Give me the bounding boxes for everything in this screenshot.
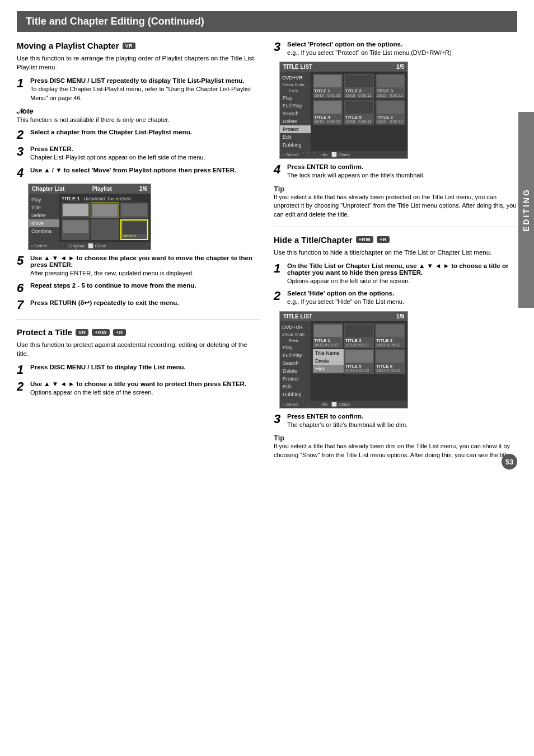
step-2: 2 Select a chapter from the Chapter List… [17, 129, 260, 141]
ss-menu-move: Move [29, 219, 59, 227]
step-5-heading: Use ▲ ▼ ◄ ► to choose the place you want… [30, 255, 260, 268]
step-7: 7 Press RETURN (δ↩) repeatedly to exit t… [17, 299, 260, 311]
hide-step-3: 3 Press ENTER to confirm. The chapter's … [274, 413, 517, 429]
editing-sidebar-label: EDITING [518, 112, 534, 308]
tl1-cell-5: TITLE 5 16/10 0:00:12 [344, 100, 374, 125]
protect-badge-r: +R [113, 329, 126, 336]
title-list-screenshot-2: TITLE LIST 1/9 DVD+VR 2hour 0min ⬛ Free … [279, 311, 408, 408]
hide-badge-r: +R [377, 236, 390, 243]
ss-menu-delete: Delete [29, 212, 59, 219]
step-4: 4 Use ▲ / ▼ to select 'Move' from Playli… [17, 167, 260, 179]
tl1-cell-2: TITLE 2 16/10 0:00:11 [344, 74, 374, 98]
hide-desc: Use this function to hide a title/chapte… [274, 248, 517, 257]
step-1-body: To display the Chapter List-Playlist men… [30, 85, 260, 102]
chapter-page: 2/6 [139, 186, 147, 192]
vr-badge: VR [123, 43, 136, 49]
left-column: Moving a Playlist Chapter VR Use this fu… [17, 41, 260, 464]
chapter-cell-1 [62, 203, 90, 218]
chapter-bottom: ○ Select ⬛⬛⬛ Original ⬜ Close [31, 243, 106, 248]
protect-step-1-heading: Press DISC MENU / LIST to display Title … [30, 364, 260, 370]
ss-menu-combine: Combine [29, 227, 59, 235]
step-3: 3 Press ENTER. Chapter List-Playlist opt… [17, 145, 260, 162]
page-number: 53 [502, 454, 517, 469]
step-5-body: After pressing ENTER, the new, updated m… [30, 269, 260, 278]
protect-step-1: 1 Press DISC MENU / LIST to display Titl… [17, 364, 260, 376]
page-header: Title and Chapter Editing (Continued) [17, 11, 517, 32]
hide-badge-rw: +RW [356, 236, 374, 243]
right-protect-step-3-body: e.g., If you select "Protect" on Title L… [287, 49, 517, 57]
protect-step-2-heading: Use ▲ ▼ ◄ ► to choose a title you want t… [30, 381, 260, 387]
step-3-heading: Press ENTER. [30, 145, 260, 152]
tl1-time: 2hour 0min [280, 82, 311, 88]
tl1-free: ⬛ Free [280, 88, 311, 94]
tl1-cell-4: TITLE 4 16/10 0:00:12 [313, 100, 343, 125]
chapter-cell-3 [120, 203, 148, 218]
tl2-search: Search [280, 359, 311, 367]
hide-step-2-body: e.g., If you select "Hide" on Title List… [287, 298, 517, 306]
tip-protect-text: If you select a title that has already b… [274, 193, 517, 219]
hide-step-3-heading: Press ENTER to confirm. [287, 413, 517, 420]
chapter-list-screenshot: Chapter List Playlist 2/6 Play Title Del… [28, 184, 151, 250]
protect-step-2: 2 Use ▲ ▼ ◄ ► to choose a title you want… [17, 381, 260, 397]
step-4-heading: Use ▲ / ▼ to select 'Move' from Playlist… [30, 167, 260, 173]
tl2-free: ⬛ Free [280, 337, 311, 344]
right-protect-step-3-heading: Select 'Protect' option on the options. [287, 41, 517, 48]
tl1-edit: Edit [280, 133, 311, 141]
tl1-dubbing: Dubbing [280, 141, 311, 149]
tl1-bottom: ○ Select ⬛⬛⬛ Info ⬜ Close [282, 152, 350, 157]
section-protect-title: Protect a Title VR +RW +R [17, 327, 260, 337]
tl1-fullplay: Full Play [280, 102, 311, 110]
tl2-submenu: Title Name Divide Hide [313, 349, 344, 373]
ss-menu-title: Title [29, 204, 59, 212]
step-6-heading: Repeat steps 2 - 5 to continue to move f… [30, 282, 260, 289]
tip-hide-text: If you select a title that has already b… [274, 442, 517, 459]
tl1-protect: Protect [280, 125, 311, 133]
note-text: This function is not available if there … [17, 116, 260, 124]
tl2-dubbing: Dubbing [280, 391, 311, 398]
step-5: 5 Use ▲ ▼ ◄ ► to choose the place you wa… [17, 255, 260, 278]
ss-menu-play: Play [29, 196, 59, 204]
tl2-protect: Protect [280, 375, 311, 383]
section-hide: Hide a Title/Chapter +RW +R Use this fun… [274, 235, 517, 459]
section-moving-title: Moving a Playlist Chapter VR [17, 41, 260, 50]
right-column: 3 Select 'Protect' option on the options… [274, 41, 517, 464]
tl2-delete: Delete [280, 367, 311, 375]
section-moving-playlist: Moving a Playlist Chapter VR Use this fu… [17, 41, 260, 311]
hide-step-1: 1 On the Title List or Chapter List menu… [274, 262, 517, 285]
hide-step-2-heading: Select 'Hide' option on the options. [287, 290, 517, 297]
tl2-cell-6: TITLE 6 16/10 0:00:12 [375, 349, 405, 374]
tl2-dvd-type: DVD+VR [280, 323, 311, 331]
chapter-cell-2 [91, 203, 119, 218]
tl1-delete: Delete [280, 118, 311, 125]
tl2-fullplay: Full Play [280, 351, 311, 359]
tl2-bottom: ○ Select ⬛⬛⬛ Info ⬜ Close [282, 402, 350, 407]
tl1-search: Search [280, 110, 311, 118]
tl1-cell-6: TITLE 6 16/10 0:00:12 [376, 100, 405, 125]
step-7-heading: Press RETURN (δ↩) repeatedly to exit the… [30, 299, 260, 307]
protect-step-4: 4 Press ENTER to confirm. The lock mark … [274, 163, 517, 180]
chapter-cell-4 [62, 219, 90, 240]
chapter-bar-right: Playlist [92, 186, 112, 192]
title-list-screenshot-1: TITLE LIST 1/5 DVD+VR 2hour 0min ⬛ Free … [279, 62, 408, 159]
tl2-submenu-hide: Hide [313, 365, 344, 373]
protect-badge-rw: +RW [92, 329, 110, 336]
step-1-heading: Press DISC MENU / LIST repeatedly to dis… [30, 77, 260, 84]
step-1: 1 Press DISC MENU / LIST repeatedly to d… [17, 77, 260, 102]
hide-step-3-body: The chapter's or title's thumbnail will … [287, 421, 517, 429]
chapter-title: TITLE 1 [62, 196, 80, 201]
tl2-cell-3: TITLE 3 16/10 0:00:12 [375, 323, 405, 348]
tl2-submenu-divide: Divide [313, 357, 344, 365]
chapter-date: 16/10/2007 Tue 0:25:01 [83, 196, 132, 201]
tl2-cell-5: TITLE 5 16/10 0:00:12 [344, 349, 374, 374]
protect-badge-vr: VR [76, 329, 89, 336]
protect-step-2-body: Options appear on the left side of the s… [30, 388, 260, 397]
hide-step-2: 2 Select 'Hide' option on the options. e… [274, 290, 517, 306]
section-protect: Protect a Title VR +RW +R Use this funct… [17, 327, 260, 397]
tl2-cell-1: TITLE 1 16/10 0:01:03 [313, 323, 343, 348]
tl2-time: 2hour 0min [280, 331, 311, 337]
tl1-cell-1: TITLE 1 16/10 0:01:03 [313, 74, 343, 98]
tl2-page: 1/9 [396, 313, 404, 320]
tip-hide: Tip If you select a title that has alrea… [274, 434, 517, 459]
chapter-bar-left: Chapter List [32, 186, 64, 192]
tl2-edit: Edit [280, 383, 311, 391]
